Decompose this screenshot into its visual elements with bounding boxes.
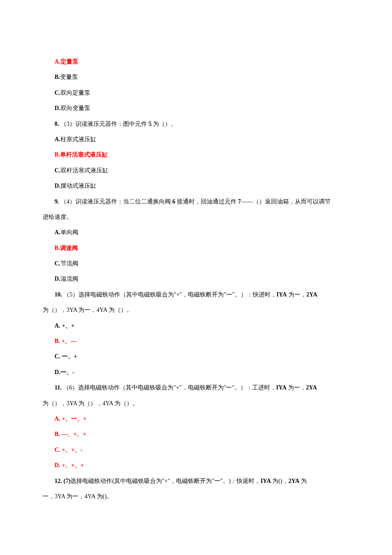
answer-option: D.摆动式液压缸 — [55, 181, 349, 191]
option-text: 节流阀 — [61, 260, 78, 267]
question-line: 9. （4）识读液压元器件：当二位二通换向阀 6 接通时，回油通过元件 7——（… — [55, 197, 349, 206]
question-text-segment: （5）选择电磁铁动作（其中电磁铁吸合为"+"，电磁铁断开为"一"。）：快进时， — [63, 291, 277, 298]
question-text-segment: 为（）。 — [113, 400, 138, 407]
answer-option: A.单向阀 — [55, 228, 349, 237]
question-text-segment: 4YA — [102, 400, 113, 407]
option-text: 调速阀 — [60, 245, 78, 251]
option-label: C. — [55, 353, 61, 360]
question-continuation: 一，3YA 为一，4YA 为()。 — [43, 492, 349, 501]
question-text-segment: 为（）。 — [152, 121, 177, 127]
answer-option: A. +、+ — [55, 321, 349, 331]
question-text-segment: 6 — [173, 198, 176, 205]
option-label: A. — [55, 229, 61, 235]
option-text: 溢流阀 — [61, 276, 78, 282]
option-text: +、+、+ — [61, 462, 84, 468]
question-text-segment: 为一， — [65, 493, 85, 500]
question-text-segment: 为一， — [286, 384, 306, 391]
question-text-segment: 为()， — [271, 478, 288, 484]
option-label: D. — [55, 462, 61, 468]
question-text-segment: 选择电磁铁动作(其中电磁铁吸合为"+"，电磁铁断开为"一"。)：快退时， — [70, 478, 260, 484]
option-label: C. — [55, 260, 61, 267]
question-line: 8. （3）识读液压元器件：图中元件 5 为（）。 — [55, 119, 349, 129]
option-text: +、+ — [61, 323, 75, 329]
question-number: 12. — [55, 478, 63, 484]
answer-option: C.双向定量泵 — [55, 88, 349, 98]
question-text-segment: IYA — [260, 478, 271, 484]
question-text-segment: 4YA — [84, 493, 95, 500]
option-text: 柱塞式液压缸 — [61, 136, 96, 142]
question-number: 8. — [55, 121, 61, 127]
question-text-segment: 为（）。 — [107, 307, 133, 313]
option-label: C. — [55, 447, 61, 453]
answer-option: B. +、— — [55, 337, 349, 346]
question-text-segment: IYA — [277, 291, 287, 298]
question-text-segment: （3）识读液压元器件：图中元件 — [61, 121, 149, 127]
answer-option: A.柱塞式液压缸 — [55, 135, 349, 144]
question-text-segment: 为 — [300, 478, 307, 484]
option-text: 单向阀 — [61, 229, 78, 235]
answer-option: A.定量泵 — [55, 57, 349, 67]
question-block: 12. (7)选择电磁铁动作(其中电磁铁吸合为"+"，电磁铁断开为"一"。)：快… — [43, 477, 349, 502]
option-text: 一、+ — [61, 353, 77, 360]
question-text-segment: 2YA — [306, 384, 317, 391]
question-text-segment: 接通时，回油通过元件 — [176, 198, 238, 205]
option-text: 单杆活塞式液压缸 — [60, 151, 108, 158]
question-text-segment: 5 — [149, 121, 152, 127]
question-continuation: 进给速度。 — [43, 212, 349, 222]
answer-option: B.变量泵 — [55, 73, 349, 82]
question-text-segment: 为一， — [77, 307, 97, 313]
option-text: +、— — [60, 338, 77, 344]
question-text-segment: 为()。 — [95, 493, 112, 500]
question-text-segment: IYA — [276, 384, 286, 391]
question-block: 10. （5）选择电磁铁动作（其中电磁铁吸合为"+"，电磁铁断开为"一"。）：快… — [43, 290, 349, 315]
answer-option: D.双向变量泵 — [55, 104, 349, 113]
option-label: A. — [55, 58, 61, 65]
option-label: B. — [55, 245, 60, 251]
question-text-segment: (7) — [63, 478, 70, 484]
option-label: D. — [55, 276, 61, 282]
document-body: A.定量泵B.变量泵C.双向定量泵D.双向变量泵8. （3）识读液压元器件：图中… — [43, 57, 349, 501]
question-continuation: 为（），3YA 为（），4YA 为（）。 — [43, 399, 349, 408]
question-text-segment: 为（）， — [43, 400, 66, 407]
option-label: A. — [55, 416, 61, 422]
option-text: 一、- — [61, 369, 75, 375]
option-label: A. — [55, 136, 61, 142]
option-label: C. — [55, 167, 61, 174]
option-text: +、一、+ — [61, 416, 86, 422]
answer-option: D.一、- — [55, 368, 349, 377]
question-text-segment: 3YA — [55, 493, 65, 500]
question-block: 11. （6）选择电磁铁动作（其中电磁铁吸合为"+"，电磁铁断开为"一"。）：工… — [43, 383, 349, 408]
question-block: 9. （4）识读液压元器件：当二位二通换向阀 6 接通时，回油通过元件 7——（… — [43, 197, 349, 222]
question-text-segment: 一， — [43, 493, 55, 500]
answer-option: B.调速阀 — [55, 244, 349, 253]
question-text-segment: 7 — [238, 198, 241, 205]
option-text: 双杆活塞式液压缸 — [61, 167, 108, 174]
question-text-segment: 4YA — [96, 307, 107, 313]
question-number: 11. — [55, 384, 63, 391]
question-line: 10. （5）选择电磁铁动作（其中电磁铁吸合为"+"，电磁铁断开为"一"。）：快… — [55, 290, 349, 299]
answer-option: C.节流阀 — [55, 259, 349, 268]
answer-option: B.单杆活塞式液压缸 — [55, 150, 349, 160]
option-label: B. — [55, 431, 60, 437]
answer-option: C. +、+、- — [55, 445, 349, 455]
answer-option: A. +、一、+ — [55, 414, 349, 424]
question-block: 8. （3）识读液压元器件：图中元件 5 为（）。 — [43, 119, 349, 129]
option-label: B. — [55, 338, 60, 344]
question-line: 12. (7)选择电磁铁动作(其中电磁铁吸合为"+"，电磁铁断开为"一"。)：快… — [55, 477, 349, 486]
option-label: D. — [55, 183, 61, 189]
question-text-segment: 3YA — [66, 400, 77, 407]
question-text-segment: 为（）， — [77, 400, 103, 407]
question-text-segment: 为一， — [287, 291, 306, 298]
option-text: —、+、+ — [60, 431, 86, 437]
answer-option: C. 一、+ — [55, 352, 349, 361]
option-text: 变量泵 — [60, 74, 78, 80]
answer-option: B. —、+、+ — [55, 430, 349, 439]
question-text-segment: ——（）返回油箱，从而可以调节 — [241, 198, 331, 205]
option-label: B. — [55, 74, 60, 80]
question-text-segment: （4）识读液压元器件：当二位二通换向阀 — [61, 198, 173, 205]
answer-option: C.双杆活塞式液压缸 — [55, 166, 349, 175]
option-label: D. — [55, 369, 61, 375]
question-number: 9. — [55, 198, 61, 205]
question-continuation: 为（），3YA 为一，4YA 为（）。 — [43, 305, 349, 315]
option-label: D. — [55, 105, 61, 111]
